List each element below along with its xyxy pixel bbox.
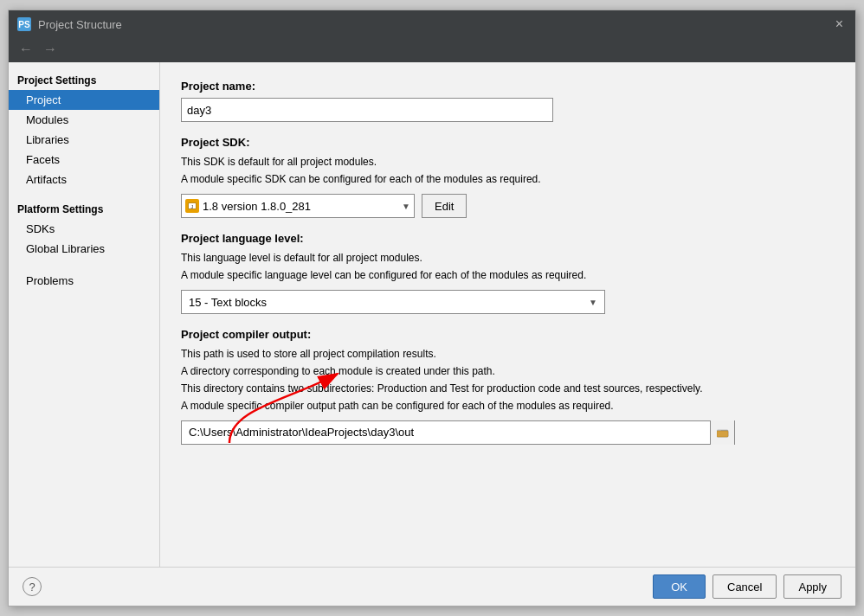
sidebar-item-sdks-label: SDKs xyxy=(26,222,55,235)
sdk-dropdown[interactable]: J 1.8 version 1.8.0_281 ▼ xyxy=(181,194,415,218)
title-bar: PS Project Structure × xyxy=(9,10,855,38)
sidebar-item-modules-label: Modules xyxy=(26,113,68,126)
folder-browse-button[interactable] xyxy=(710,420,734,445)
sdk-row: J 1.8 version 1.8.0_281 ▼ Edit xyxy=(181,194,835,218)
sidebar-item-problems[interactable]: Problems xyxy=(9,271,159,291)
sdk-section: Project SDK: This SDK is default for all… xyxy=(181,136,835,218)
app-icon: PS xyxy=(17,17,31,31)
sidebar-item-global-libraries[interactable]: Global Libraries xyxy=(9,239,159,259)
project-language-label: Project language level: xyxy=(181,232,835,245)
back-button[interactable]: ← xyxy=(16,40,36,59)
cancel-button[interactable]: Cancel xyxy=(712,574,777,599)
sidebar-item-libraries-label: Libraries xyxy=(26,133,69,146)
sidebar-item-project-label: Project xyxy=(26,93,61,106)
project-name-input[interactable] xyxy=(181,98,553,122)
compiler-output-section: Project compiler output: This path is us… xyxy=(181,328,835,445)
sdk-desc2: A module specific SDK can be configured … xyxy=(181,171,835,187)
language-dropdown[interactable]: 15 - Text blocks ▼ xyxy=(181,290,605,314)
sdk-value: 1.8 version 1.8.0_281 xyxy=(203,200,398,213)
footer-left: ? xyxy=(23,577,42,596)
platform-settings-label: Platform Settings xyxy=(9,198,159,219)
compiler-output-box: C:\Users\Administrator\IdeaProjects\day3… xyxy=(181,420,735,445)
sidebar-item-facets[interactable]: Facets xyxy=(9,150,159,170)
project-name-label: Project name: xyxy=(181,80,835,93)
project-sdk-label: Project SDK: xyxy=(181,136,835,149)
sidebar-item-problems-label: Problems xyxy=(26,274,74,287)
footer: ? OK Cancel Apply xyxy=(9,567,855,606)
language-value: 15 - Text blocks xyxy=(189,296,589,309)
compiler-output-desc4: A module specific compiler output path c… xyxy=(181,398,835,414)
ok-button[interactable]: OK xyxy=(653,574,706,599)
svg-rect-5 xyxy=(717,431,728,437)
sidebar-item-facets-label: Facets xyxy=(26,153,60,166)
compiler-output-label: Project compiler output: xyxy=(181,328,835,341)
sidebar-item-modules[interactable]: Modules xyxy=(9,110,159,130)
compiler-output-value: C:\Users\Administrator\IdeaProjects\day3… xyxy=(182,420,710,445)
sdk-dropdown-arrow: ▼ xyxy=(402,202,410,211)
close-button[interactable]: × xyxy=(832,16,847,33)
project-settings-label: Project Settings xyxy=(9,69,159,90)
sidebar: Project Settings Project Modules Librari… xyxy=(9,62,160,567)
compiler-output-desc3: This directory contains two subdirectori… xyxy=(181,381,835,396)
sidebar-item-sdks[interactable]: SDKs xyxy=(9,219,159,239)
forward-button[interactable]: → xyxy=(40,40,61,59)
sidebar-item-libraries[interactable]: Libraries xyxy=(9,130,159,150)
title-bar-left: PS Project Structure xyxy=(17,17,122,31)
sidebar-item-artifacts-label: Artifacts xyxy=(26,173,67,186)
sidebar-item-project[interactable]: Project xyxy=(9,90,159,110)
svg-text:J: J xyxy=(191,204,194,209)
language-section: Project language level: This language le… xyxy=(181,232,835,314)
apply-button[interactable]: Apply xyxy=(783,574,841,599)
sdk-edit-button[interactable]: Edit xyxy=(422,194,467,218)
dialog-title: Project Structure xyxy=(38,18,122,31)
language-dropdown-arrow: ▼ xyxy=(589,298,597,307)
compiler-output-desc2: A directory corresponding to each module… xyxy=(181,363,835,379)
sdk-desc1: This SDK is default for all project modu… xyxy=(181,154,835,170)
sidebar-item-artifacts[interactable]: Artifacts xyxy=(9,170,159,189)
content-area: Project Settings Project Modules Librari… xyxy=(9,62,855,567)
nav-bar: ← → xyxy=(9,38,855,62)
main-panel: Project name: Project SDK: This SDK is d… xyxy=(160,62,855,567)
language-desc1: This language level is default for all p… xyxy=(181,250,835,266)
footer-right: OK Cancel Apply xyxy=(653,574,841,599)
project-structure-dialog: PS Project Structure × ← → Project Setti… xyxy=(8,10,856,606)
sidebar-item-global-libraries-label: Global Libraries xyxy=(26,242,105,255)
language-desc2: A module specific language level can be … xyxy=(181,267,835,283)
help-button[interactable]: ? xyxy=(23,577,42,596)
sdk-icon: J xyxy=(185,199,199,213)
compiler-output-desc1: This path is used to store all project c… xyxy=(181,346,835,362)
